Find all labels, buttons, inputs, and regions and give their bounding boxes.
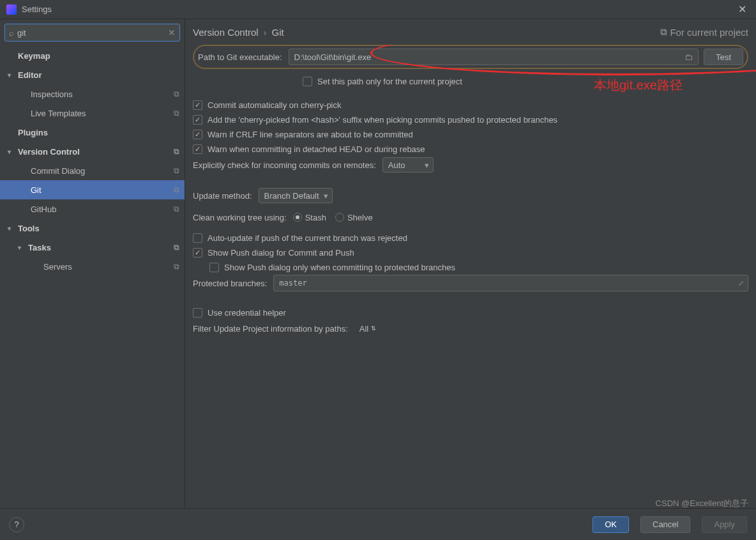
sidebar-item-inspections[interactable]: Inspections⧉ [0,84,185,104]
app-logo [6,4,17,15]
chevron-down-icon: ▾ [8,148,17,155]
set-path-only-label: Set this path only for the current proje… [317,77,462,86]
cherry-suffix-checkbox[interactable] [193,115,202,125]
detached-warn-checkbox[interactable] [193,144,202,154]
help-button[interactable]: ? [9,517,24,532]
cancel-button[interactable]: Cancel [640,516,690,533]
breadcrumb: Version Control › Git ⧉For current proje… [185,19,756,45]
explicit-check-select[interactable]: Auto [382,157,434,173]
copy-icon: ⧉ [174,109,179,118]
scope-indicator: ⧉For current project [660,26,748,38]
sidebar-item-editor[interactable]: ▾Editor [0,65,185,84]
sidebar-item-label: Editor [18,70,179,80]
sidebar-item-label: Live Templates [31,109,174,118]
sidebar-item-label: Plugins [18,128,179,137]
chevron-down-icon: ▾ [18,244,27,251]
sidebar-item-label: Servers [43,262,174,272]
sidebar-item-label: Inspections [31,89,174,99]
git-path-label: Path to Git executable: [198,52,282,62]
shelve-radio[interactable] [335,213,344,222]
clean-tree-label: Clean working tree using: [193,213,287,222]
sidebar-item-tasks[interactable]: ▾Tasks⧉ [0,238,185,257]
copy-icon: ⧉ [174,243,179,252]
folder-icon[interactable]: 🗀 [684,52,693,62]
close-icon[interactable]: ✕ [735,3,750,15]
protected-branches-label: Protected branches: [193,279,267,288]
use-credential-checkbox[interactable] [193,308,202,318]
sidebar-item-label: Tools [18,224,179,233]
show-push-protected-checkbox[interactable] [209,263,219,272]
git-path-input[interactable]: 🗀 [289,49,699,65]
sidebar-item-commit-dialog[interactable]: Commit Dialog⧉ [0,161,185,180]
sidebar-item-version-control[interactable]: ▾Version Control⧉ [0,142,185,161]
update-method-select[interactable]: Branch Default [259,188,333,203]
settings-tree: Keymap▾EditorInspections⧉Live Templates⧉… [0,46,185,508]
git-path-row: Path to Git executable: 🗀 Test [193,45,748,69]
sidebar-item-github[interactable]: GitHub⧉ [0,199,185,219]
sidebar-item-label: Version Control [18,147,174,157]
copy-icon: ⧉ [174,262,179,271]
filter-paths-label: Filter Update Project information by pat… [193,324,348,334]
test-button[interactable]: Test [704,49,743,65]
copy-icon: ⧉ [174,204,179,213]
show-push-dialog-checkbox[interactable] [193,248,202,258]
clear-search-icon[interactable]: ✕ [168,27,176,38]
sidebar-item-label: GitHub [31,204,174,214]
sidebar-item-label: Keymap [18,51,179,61]
crlf-warn-checkbox[interactable] [193,130,202,139]
sidebar-item-live-templates[interactable]: Live Templates⧉ [0,104,185,123]
sidebar-item-label: Commit Dialog [31,166,174,176]
stash-radio[interactable] [293,213,302,222]
set-path-only-checkbox[interactable] [303,77,312,86]
search-field[interactable] [17,28,168,38]
search-input[interactable]: ⌕ ✕ [4,24,180,42]
ok-button[interactable]: OK [593,516,629,533]
chevron-down-icon: ▾ [8,72,17,79]
sidebar-item-label: Tasks [28,243,174,252]
expand-icon[interactable]: ⤢ [738,279,744,288]
cherry-auto-checkbox[interactable] [193,100,202,110]
sidebar-item-git[interactable]: Git⧉ [0,180,185,199]
protected-branches-input[interactable]: master⤢ [273,275,748,291]
auto-update-push-checkbox[interactable] [193,233,202,243]
sidebar-item-servers[interactable]: Servers⧉ [0,257,185,276]
sidebar-item-plugins[interactable]: Plugins [0,123,185,142]
copy-icon: ⧉ [174,166,179,175]
breadcrumb-root[interactable]: Version Control [193,27,259,38]
filter-paths-select[interactable]: All⇅ [359,324,376,334]
sidebar-item-keymap[interactable]: Keymap [0,46,185,65]
copy-icon: ⧉ [174,89,179,98]
sidebar-item-tools[interactable]: ▾Tools [0,219,185,238]
explicit-check-label: Explicitly check for incoming commits on… [193,160,376,170]
chevron-down-icon: ▾ [8,225,17,232]
breadcrumb-leaf: Git [272,27,284,38]
update-method-label: Update method: [193,191,252,201]
sidebar-item-label: Git [31,185,174,195]
window-title: Settings [22,4,735,14]
search-icon: ⌕ [9,28,14,38]
watermark: CSDN @Excellent的息子 [656,498,748,509]
copy-icon: ⧉ [174,185,179,194]
copy-icon: ⧉ [174,147,179,156]
apply-button[interactable]: Apply [702,516,747,533]
